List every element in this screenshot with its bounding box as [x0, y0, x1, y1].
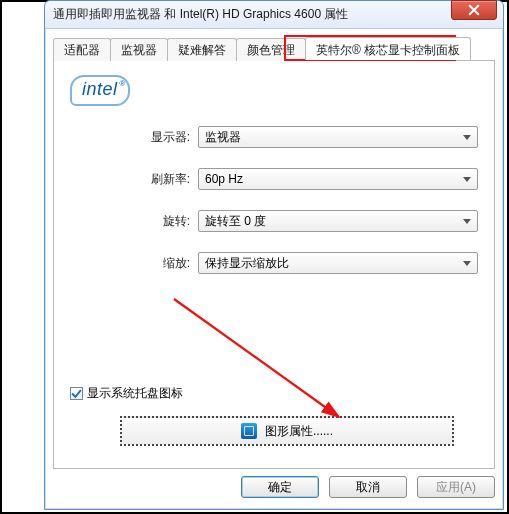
select-rotate[interactable]: 旋转至 0 度	[198, 210, 478, 232]
graphics-properties-button[interactable]: 图形属性......	[120, 416, 454, 446]
cancel-button[interactable]: 取消	[329, 476, 407, 498]
close-button[interactable]	[451, 0, 497, 20]
apply-button[interactable]: 应用(A)	[417, 476, 495, 498]
select-scale[interactable]: 保持显示缩放比	[198, 252, 478, 274]
label-refresh: 刷新率:	[70, 171, 198, 188]
settings-form: 显示器: 监视器 刷新率: 60p Hz 旋转:	[70, 116, 478, 284]
tab-strip: 适配器 监视器 疑难解答 颜色管理 英特尔® 核芯显卡控制面板	[53, 37, 495, 61]
row-scale: 缩放: 保持显示缩放比	[70, 242, 478, 284]
checkbox-tray-icon[interactable]	[70, 387, 83, 400]
label-display: 显示器:	[70, 129, 198, 146]
tab-troubleshoot[interactable]: 疑难解答	[167, 38, 237, 61]
select-scale-value: 保持显示缩放比	[205, 255, 289, 272]
client-area: 适配器 监视器 疑难解答 颜色管理 英特尔® 核芯显卡控制面板 intel 显示…	[53, 37, 495, 469]
select-rotate-value: 旋转至 0 度	[205, 213, 266, 230]
label-tray-icon: 显示系统托盘图标	[87, 385, 183, 402]
tab-monitor[interactable]: 监视器	[110, 38, 168, 61]
select-refresh-value: 60p Hz	[205, 172, 243, 186]
select-refresh[interactable]: 60p Hz	[198, 168, 478, 190]
properties-dialog: 通用即插即用监视器 和 Intel(R) HD Graphics 4600 属性…	[44, 0, 504, 510]
tray-checkbox-row: 显示系统托盘图标	[70, 385, 183, 402]
intel-logo: intel	[70, 75, 130, 106]
row-display: 显示器: 监视器	[70, 116, 478, 158]
row-refresh: 刷新率: 60p Hz	[70, 158, 478, 200]
chevron-down-icon	[463, 135, 471, 140]
dialog-footer: 确定 取消 应用(A)	[53, 473, 495, 501]
label-scale: 缩放:	[70, 255, 198, 272]
tab-intel-graphics[interactable]: 英特尔® 核芯显卡控制面板	[305, 37, 471, 60]
label-rotate: 旋转:	[70, 213, 198, 230]
chevron-down-icon	[463, 177, 471, 182]
chevron-down-icon	[463, 219, 471, 224]
chevron-down-icon	[463, 261, 471, 266]
tab-color-management[interactable]: 颜色管理	[236, 38, 306, 61]
graphics-icon	[241, 423, 257, 439]
tab-adapter[interactable]: 适配器	[53, 38, 111, 61]
row-rotate: 旋转: 旋转至 0 度	[70, 200, 478, 242]
window-title: 通用即插即用监视器 和 Intel(R) HD Graphics 4600 属性	[53, 6, 348, 23]
checkmark-icon	[71, 388, 82, 399]
select-display-value: 监视器	[205, 129, 241, 146]
annotation-arrow	[164, 289, 354, 429]
select-display[interactable]: 监视器	[198, 126, 478, 148]
titlebar[interactable]: 通用即插即用监视器 和 Intel(R) HD Graphics 4600 属性	[45, 1, 503, 29]
graphics-properties-label: 图形属性......	[265, 423, 333, 440]
close-icon	[468, 4, 480, 16]
tab-content: intel 显示器: 监视器 刷新率: 60p Hz	[53, 61, 495, 469]
ok-button[interactable]: 确定	[241, 476, 319, 498]
